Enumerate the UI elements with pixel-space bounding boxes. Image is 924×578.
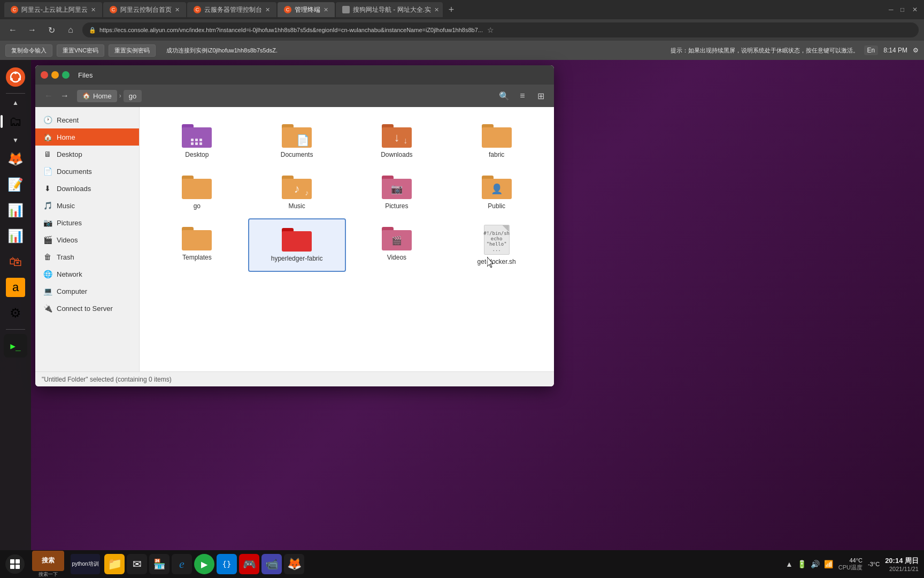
- python-app-icon: python培训: [71, 554, 100, 574]
- desktop-sidebar-icon: 🖥: [43, 149, 52, 159]
- fm-forward-button[interactable]: →: [57, 88, 73, 104]
- fm-content: 🕐 Recent 🏠 Home 🖥 Desktop 📄 Documents: [35, 107, 554, 371]
- tab-5[interactable]: 搜狗网址导航 - 网址大全.实 ✕: [336, 2, 443, 17]
- settings-icon[interactable]: ⚙: [913, 47, 919, 54]
- taskbar-media[interactable]: ▶: [194, 554, 214, 574]
- downloads-folder-icon: ↓: [382, 122, 412, 148]
- dock-amazon[interactable]: a: [4, 276, 27, 299]
- list-view-button[interactable]: ≡: [514, 88, 530, 104]
- reset-vnc-button[interactable]: 重置VNC密码: [57, 44, 104, 57]
- dock-settings[interactable]: ⚙: [4, 301, 27, 325]
- file-go[interactable]: go: [148, 167, 246, 216]
- fm-close-button[interactable]: [41, 71, 48, 79]
- reset-instance-button[interactable]: 重置实例密码: [109, 44, 156, 57]
- file-hyperledger[interactable]: hyperledger-fabric: [248, 218, 346, 272]
- file-manager: Files ← → 🏠 Home › go 🔍 ≡ ⊞: [31, 60, 924, 578]
- file-docker-sh[interactable]: #!/bin/sh echo "hello" ... get-docker.sh: [448, 218, 545, 272]
- home-nav-button[interactable]: ⌂: [63, 22, 78, 37]
- taskbar-game[interactable]: 🎮: [239, 554, 259, 574]
- pictures-sidebar-icon: 📷: [43, 218, 52, 227]
- dock-arrow-top[interactable]: ▲: [12, 99, 19, 107]
- sidebar-item-recent[interactable]: 🕐 Recent: [35, 111, 139, 128]
- taskbar-files[interactable]: 📁: [104, 554, 125, 574]
- dock-impress[interactable]: 📊: [4, 224, 27, 248]
- reload-button[interactable]: ↻: [44, 22, 59, 37]
- battery-icon[interactable]: 🔋: [797, 560, 806, 568]
- file-music[interactable]: ♪ Music: [248, 167, 346, 216]
- bookmark-icon[interactable]: ☆: [487, 26, 494, 34]
- documents-folder-icon: 📄: [282, 122, 312, 148]
- dock-calc[interactable]: 📊: [4, 199, 27, 222]
- sidebar-item-home[interactable]: 🏠 Home: [35, 128, 139, 146]
- sidebar-item-documents[interactable]: 📄 Documents: [35, 163, 139, 180]
- tab-2[interactable]: C 阿里云控制台首页 ✕: [103, 2, 186, 17]
- desktop-label: Desktop: [185, 151, 209, 158]
- fm-minimize-button[interactable]: [51, 71, 59, 79]
- dock-ubuntu-logo[interactable]: [4, 65, 27, 89]
- breadcrumb-sub[interactable]: go: [124, 90, 142, 102]
- time-display: 8:14 PM: [883, 47, 907, 54]
- sidebar-item-downloads[interactable]: ⬇ Downloads: [35, 180, 139, 197]
- sidebar-item-computer[interactable]: 💻 Computer: [35, 283, 139, 300]
- file-public[interactable]: 👤 Public: [448, 167, 545, 216]
- tab-1[interactable]: C 阿里云-上云就上阿里云 ✕: [4, 2, 102, 17]
- minimize-button[interactable]: ─: [889, 6, 896, 13]
- taskbar-vscode[interactable]: {}: [217, 554, 237, 574]
- copy-command-button[interactable]: 复制命令输入: [5, 44, 52, 57]
- close-window-button[interactable]: ✕: [912, 6, 920, 13]
- taskbar-video[interactable]: 📹: [261, 554, 282, 574]
- sidebar-item-network[interactable]: 🌐 Network: [35, 265, 139, 283]
- taskbar-start-button[interactable]: [5, 554, 25, 574]
- dock-files[interactable]: 🗂: [4, 110, 27, 133]
- file-pictures[interactable]: 📷 Pictures: [348, 167, 446, 216]
- taskbar-store[interactable]: 🏪: [149, 554, 170, 574]
- taskbar-firefox[interactable]: 🦊: [284, 554, 304, 574]
- back-button[interactable]: ←: [5, 22, 20, 37]
- taskbar-app-python[interactable]: python培训: [68, 553, 102, 575]
- taskbar-mail[interactable]: ✉: [127, 554, 147, 574]
- breadcrumb-home[interactable]: 🏠 Home: [77, 90, 117, 102]
- taskbar-app-search[interactable]: 搜索 搜索一下: [30, 550, 66, 579]
- tray-icon-1[interactable]: ▲: [786, 560, 793, 568]
- dock-appstore[interactable]: 🛍: [4, 250, 27, 273]
- ubuntu-icon: [6, 67, 25, 87]
- file-documents[interactable]: 📄 Documents: [248, 116, 346, 165]
- nav-bar: ← → ↻ ⌂ 🔒 https://ecs.console.aliyun.com…: [0, 19, 924, 41]
- grid-view-button[interactable]: ⊞: [533, 88, 549, 104]
- file-templates[interactable]: Templates: [148, 218, 246, 272]
- file-downloads[interactable]: ↓ Downloads: [348, 116, 446, 165]
- go-label: go: [194, 202, 201, 210]
- address-bar[interactable]: 🔒 https://ecs.console.aliyun.com/vnc/ind…: [82, 22, 919, 37]
- sidebar-item-music[interactable]: 🎵 Music: [35, 197, 139, 214]
- tab-4-active[interactable]: C 管理终端 ✕: [278, 2, 335, 17]
- new-tab-button[interactable]: +: [444, 2, 459, 17]
- network-tray-icon[interactable]: 📶: [824, 560, 833, 568]
- dock-terminal[interactable]: ▶_: [4, 334, 27, 358]
- file-desktop[interactable]: Desktop: [148, 116, 246, 165]
- documents-sidebar-icon: 📄: [43, 166, 52, 176]
- file-videos[interactable]: 🎬 Videos: [348, 218, 446, 272]
- fm-back-button[interactable]: ←: [41, 88, 57, 104]
- dock-arrow-bottom[interactable]: ▼: [12, 136, 19, 144]
- fm-toolbar-actions: 🔍 ≡ ⊞: [496, 88, 549, 104]
- videos-sidebar-icon: 🎬: [43, 235, 52, 245]
- sidebar-item-pictures[interactable]: 📷 Pictures: [35, 214, 139, 231]
- forward-button[interactable]: →: [25, 22, 40, 37]
- taskbar-apps: 搜索 搜索一下 python培训 📁 ✉ 🏪 e ▶ {} 🎮 📹 🦊: [30, 550, 304, 579]
- dock-firefox[interactable]: 🦊: [4, 147, 27, 171]
- fm-maximize-button[interactable]: [62, 71, 70, 79]
- file-fabric[interactable]: fabric: [448, 116, 545, 165]
- sidebar-item-videos[interactable]: 🎬 Videos: [35, 231, 139, 248]
- sidebar-item-desktop[interactable]: 🖥 Desktop: [35, 146, 139, 163]
- taskbar-ie[interactable]: e: [172, 554, 192, 574]
- volume-icon[interactable]: 🔊: [811, 560, 820, 568]
- search-button[interactable]: 🔍: [496, 88, 512, 104]
- tab-3[interactable]: C 云服务器管理控制台 ✕: [187, 2, 276, 17]
- sidebar-item-connect[interactable]: 🔌 Connect to Server: [35, 300, 139, 317]
- maximize-button[interactable]: □: [900, 6, 908, 13]
- documents-label: Documents: [281, 151, 313, 158]
- clock[interactable]: 20:14 周日 2021/11/21: [885, 556, 919, 572]
- writer-icon: 📝: [7, 177, 24, 192]
- dock-writer[interactable]: 📝: [4, 173, 27, 196]
- sidebar-item-trash[interactable]: 🗑 Trash: [35, 248, 139, 265]
